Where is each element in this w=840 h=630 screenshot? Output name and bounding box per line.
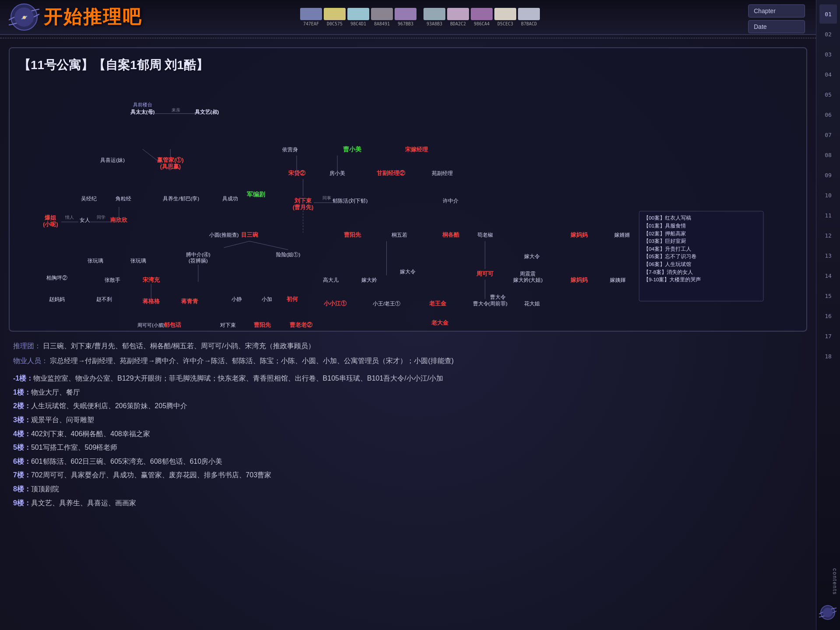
svg-text:来亲: 来亲 (172, 108, 180, 112)
property-staff-line: 物业人员： 宗总经理→付副经理、苑副经理→腾中介、许中介→陈活、郁陈活、陈宝；小… (13, 355, 803, 367)
color-chip: D0C575 (324, 8, 346, 26)
diagram-svg: 具前楼台 具太太(母) 具文艺(叔) 来亲 赢管家(①) (具思赢) 具喜运(妹… (18, 80, 798, 334)
svg-text:具养生/郁巴(孪): 具养生/郁巴(孪) (163, 196, 199, 201)
color-swatch (347, 8, 369, 20)
svg-text:甘副经理②: 甘副经理② (377, 170, 406, 176)
nav-01[interactable]: 01 (819, 4, 837, 24)
chapter-box[interactable]: Chapter (748, 4, 805, 18)
floor-9: 9楼：具文艺、具养生、具喜运、画画家 (13, 497, 803, 509)
svg-text:小静: 小静 (231, 296, 242, 302)
color-swatch (324, 8, 346, 20)
svg-text:嫁大令: 嫁大令 (524, 253, 540, 259)
palette-group-1: 747EAFD0C57598C4D18A8491967BB3 (300, 8, 416, 26)
svg-text:苟老椒: 苟老椒 (477, 232, 493, 238)
svg-text:宋嫁经理: 宋嫁经理 (405, 146, 428, 153)
svg-text:赢管家(①): 赢管家(①) (157, 157, 183, 163)
svg-text:吴经纪: 吴经纪 (81, 196, 97, 201)
svg-text:许中介: 许中介 (443, 198, 458, 203)
nav-16[interactable]: 16 (819, 306, 837, 326)
color-swatch (371, 8, 393, 20)
svg-point-6 (823, 608, 833, 617)
nav-planet-icon (819, 604, 836, 621)
nav-09[interactable]: 09 (819, 165, 837, 185)
color-label: 747EAF (303, 21, 319, 26)
color-label: D0C575 (327, 21, 343, 26)
nav-03[interactable]: 03 (819, 45, 837, 64)
color-chip: 747EAF (300, 8, 322, 26)
svg-text:高大儿: 高大儿 (323, 277, 339, 283)
property-staff-value: 宗总经理→付副经理、苑副经理→腾中介、许中介→陈活、郁陈活、陈宝；小陈、小圆、小… (50, 357, 454, 364)
svg-text:对下束: 对下束 (220, 322, 236, 328)
svg-text:【9-10案】大楼里的哭声: 【9-10案】大楼里的哭声 (644, 276, 701, 282)
color-label: BDA2C2 (450, 21, 466, 26)
color-swatch (518, 8, 540, 20)
nav-06[interactable]: 06 (819, 105, 837, 124)
nav-12[interactable]: 12 (819, 226, 837, 245)
info-section: 推理团： 日三碗、刘下束/曹月先、郁包话、桐各酷/桐五若、周可可/小鹃、宋湾充（… (9, 340, 807, 508)
svg-text:小小江①: 小小江① (323, 300, 347, 307)
nav-18[interactable]: 18 (819, 346, 837, 366)
svg-text:【04案】升贵打工人: 【04案】升贵打工人 (644, 246, 691, 252)
svg-text:情人: 情人 (65, 215, 74, 220)
floor-2: 2楼：人生玩珷馆、失眠便利店、206策阶妹、205腾中介 (13, 400, 803, 412)
svg-text:嫁大令: 嫁大令 (400, 269, 416, 274)
nav-07[interactable]: 07 (819, 125, 837, 144)
svg-text:女人: 女人 (80, 217, 90, 223)
nav-02[interactable]: 02 (819, 24, 837, 44)
svg-text:赵妈妈: 赵妈妈 (49, 296, 65, 302)
svg-text:【03案】巨好室厨: 【03案】巨好室厨 (644, 238, 686, 244)
svg-text:险险(姐①): 险险(姐①) (276, 252, 301, 257)
svg-text:具喜运(妹): 具喜运(妹) (100, 157, 125, 163)
svg-text:赵不刹: 赵不刹 (96, 296, 112, 302)
floor-3: 3楼：观景平台、问哥雕塑 (13, 414, 803, 426)
color-label: 8A8491 (374, 21, 390, 26)
nav-13[interactable]: 13 (819, 246, 837, 265)
svg-text:(具思赢): (具思赢) (160, 163, 181, 170)
nav-10[interactable]: 10 (819, 186, 837, 205)
svg-text:(苕膊膈): (苕膊膈) (189, 258, 208, 263)
svg-text:角粒经: 角粒经 (116, 196, 131, 201)
main-content: 【11号公寓】【自案1郁周 刘1酷】 具前楼台 具太太(母) 具文艺(叔) 来亲… (0, 38, 816, 630)
svg-text:张玩璃: 张玩璃 (88, 258, 103, 263)
svg-text:桐五若: 桐五若 (391, 232, 407, 238)
logo-text: 开始推理吧 (44, 5, 142, 29)
svg-text:嫁婿婿: 嫁婿婿 (614, 232, 630, 238)
svg-text:小圆(推能查): 小圆(推能查) (209, 232, 239, 238)
separator (0, 35, 816, 38)
color-chip: 967BB3 (395, 8, 416, 26)
nav-17[interactable]: 17 (819, 326, 837, 346)
svg-text:【00案】红衣人写稿: 【00案】红衣人写稿 (644, 215, 691, 220)
nav-08[interactable]: 08 (819, 145, 837, 164)
logo-icon: 🪐 (9, 2, 39, 32)
svg-text:曹老老②: 曹老老② (290, 322, 313, 328)
nav-11[interactable]: 11 (819, 206, 837, 225)
logo-area: 🪐 开始推理吧 (9, 2, 142, 32)
color-swatch (447, 8, 469, 20)
header: 🪐 开始推理吧 747EAFD0C57598C4D18A8491967BB3 9… (0, 0, 840, 35)
nav-15[interactable]: 15 (819, 286, 837, 305)
color-swatch (300, 8, 322, 20)
svg-text:周可可: 周可可 (476, 270, 494, 277)
svg-text:嫁姨媈: 嫁姨媈 (610, 277, 626, 283)
date-box[interactable]: Date (748, 20, 805, 33)
svg-text:苑副经理: 苑副经理 (432, 170, 453, 176)
svg-text:具前楼台: 具前楼台 (133, 102, 152, 107)
svg-text:嫁大妗: 嫁大妗 (361, 277, 377, 283)
svg-text:初何: 初何 (286, 296, 298, 302)
svg-text:【7-8案】消失的女人: 【7-8案】消失的女人 (644, 269, 693, 275)
svg-text:【06案】人生玩珷馆: 【06案】人生玩珷馆 (644, 261, 691, 267)
svg-text:🪐: 🪐 (21, 14, 28, 21)
nav-05[interactable]: 05 (819, 85, 837, 104)
nav-04[interactable]: 04 (819, 65, 837, 84)
reasoning-team-value: 日三碗、刘下束/曹月先、郁包话、桐各酷/桐五若、周可可/小鹃、宋湾充（推政事顾员… (43, 342, 315, 350)
color-chip: BDA2C2 (447, 8, 469, 26)
svg-text:张玩璃: 张玩璃 (130, 258, 146, 263)
color-swatch (395, 8, 416, 20)
floor-5: 5楼：501写搭工作室、509榙老师 (13, 442, 803, 453)
svg-text:周可可(小腊): 周可可(小腊) (137, 322, 164, 328)
nav-14[interactable]: 14 (819, 266, 837, 285)
svg-text:花大姐: 花大姐 (524, 301, 540, 306)
diagram-panel: 【11号公寓】【自案1郁周 刘1酷】 具前楼台 具太太(母) 具文艺(叔) 来亲… (9, 47, 807, 332)
right-nav: 01 02 03 04 05 06 07 08 09 10 11 12 13 1… (816, 0, 840, 630)
svg-text:老王金: 老王金 (429, 300, 447, 307)
